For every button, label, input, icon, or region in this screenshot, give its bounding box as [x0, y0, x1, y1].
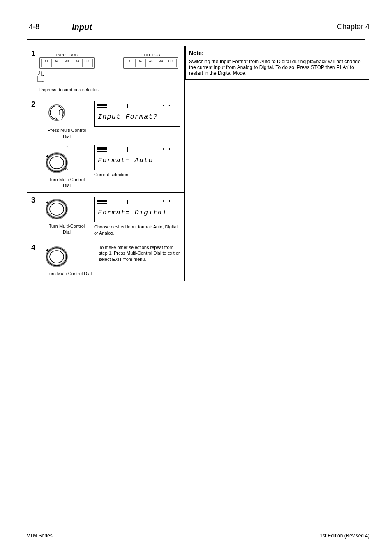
turn-dial-icon	[44, 197, 69, 221]
note-box: Note: Switching the Input Format from Au…	[185, 46, 369, 80]
edit-bus-buttons: A1 A2 A3 A4 CUE	[123, 57, 178, 69]
step-1-caption: Depress desired bus selector.	[39, 87, 180, 92]
svg-point-4	[50, 157, 64, 169]
step-2-right: • • Input Format? • • Format= Auto Curre…	[94, 101, 180, 188]
input-bus-buttons: A1 A2 A3 A4 CUE	[39, 57, 95, 69]
step-2-left: Press Multi-Control Dial ↓ Turn Multi-Co…	[44, 101, 89, 188]
input-bus-label: INPUT BUS	[56, 53, 78, 57]
page-number: 4-8	[29, 23, 39, 31]
bus-selector-diagram: INPUT BUS A1 A2 A3 A4 CUE EDIT BUS A1 A2…	[39, 53, 180, 69]
footer-model: VTM Series	[27, 533, 53, 539]
lcd-caption: Choose desired input format: Auto, Digit…	[94, 224, 180, 236]
page-title: Input	[72, 23, 92, 32]
down-arrow-icon: ↓	[44, 141, 89, 150]
step-number: 4	[31, 244, 35, 252]
turn-dial-caption: Turn Multi-Control Dial	[44, 271, 94, 276]
step-3-right: • • Format= Digital Choose desired input…	[94, 197, 180, 236]
note-body: Switching the Input Format from Auto to …	[189, 59, 366, 76]
chapter-label: Chapter 4	[337, 23, 369, 31]
svg-point-8	[50, 203, 64, 215]
step-4-left: Turn Multi-Control Dial	[44, 244, 94, 276]
step-1: 1 INPUT BUS A1 A2 A3 A4 CUE EDIT BUS	[27, 46, 184, 97]
step-4-caption: To make other selections repeat from ste…	[99, 244, 180, 262]
lcd-display: • • Input Format?	[94, 101, 180, 127]
lcd-text: Input Format?	[98, 113, 158, 121]
note-heading: Note:	[189, 50, 366, 56]
press-dial-caption: Press Multi-Control Dial	[44, 127, 89, 139]
step-number: 3	[31, 196, 35, 205]
step-number: 1	[31, 50, 35, 58]
turn-dial-icon	[44, 150, 69, 175]
lcd-text: Format= Digital	[98, 209, 167, 216]
turn-dial-caption: Turn Multi-Control Dial	[44, 223, 89, 235]
edit-bus-label: EDIT BUS	[141, 53, 160, 57]
step-2: 2 Press Multi-Control Dial ↓ Turn Multi-	[27, 97, 184, 192]
step-3-left: Turn Multi-Control Dial	[44, 197, 89, 236]
turn-dial-caption: Turn Multi-Control Dial	[44, 177, 89, 189]
step-number: 2	[31, 100, 35, 109]
step-3: 3 Turn Multi-Control Dial • • Format= Di…	[27, 192, 184, 240]
step-4: 4 Turn Multi-Control Dial To make other …	[27, 240, 184, 281]
header-divider	[27, 39, 365, 40]
footer-revision: 1st Edition (Revised 4)	[320, 533, 369, 539]
pointing-hand-icon	[35, 70, 47, 83]
press-dial-icon	[44, 101, 69, 126]
steps-table: 1 INPUT BUS A1 A2 A3 A4 CUE EDIT BUS	[27, 46, 185, 281]
lcd-text: Format= Auto	[98, 157, 153, 164]
lcd-caption: Current selection.	[94, 172, 180, 177]
lcd-display: • • Format= Digital	[94, 197, 180, 222]
svg-point-12	[50, 251, 64, 263]
lcd-display: • • Format= Auto	[94, 145, 180, 170]
step-4-right: To make other selections repeat from ste…	[99, 244, 180, 276]
turn-dial-icon	[44, 244, 69, 269]
